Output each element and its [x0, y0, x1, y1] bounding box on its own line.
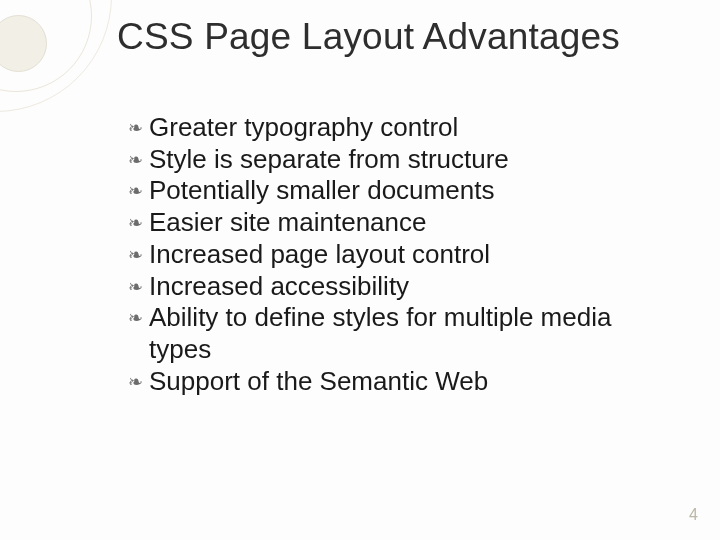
bullet-item: Increased page layout control [128, 239, 650, 271]
slide-title: CSS Page Layout Advantages [117, 16, 712, 58]
bullet-list: Greater typography control Style is sepa… [128, 112, 650, 397]
bullet-item: Increased accessibility [128, 271, 650, 303]
bullet-item: Greater typography control [128, 112, 650, 144]
bullet-item: Ability to define styles for multiple me… [128, 302, 650, 365]
page-number: 4 [689, 506, 698, 524]
bullet-item: Style is separate from structure [128, 144, 650, 176]
bullet-item: Easier site maintenance [128, 207, 650, 239]
slide: CSS Page Layout Advantages Greater typog… [0, 0, 720, 540]
bullet-item: Potentially smaller documents [128, 175, 650, 207]
bullet-item: Support of the Semantic Web [128, 366, 650, 398]
